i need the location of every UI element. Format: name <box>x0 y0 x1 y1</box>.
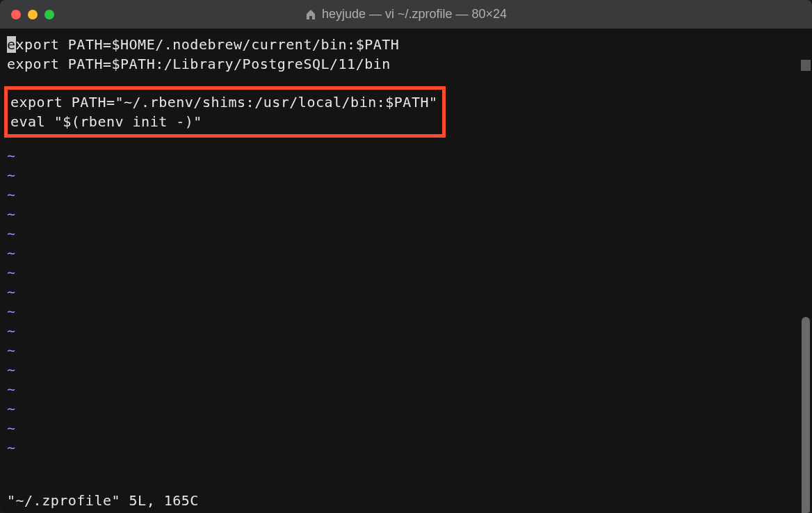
terminal-window: heyjude — vi ~/.zprofile — 80×24 export … <box>0 0 812 513</box>
file-line-5: eval "$(rbenv init -)" <box>8 112 438 131</box>
scrollbar[interactable] <box>801 60 811 512</box>
vi-empty-lines: ~~~~~~~~~~~~~~~~ <box>7 146 805 457</box>
vi-tilde-line: ~ <box>7 146 805 165</box>
window-title: heyjude — vi ~/.zprofile — 80×24 <box>11 7 801 22</box>
vi-status-line: "~/.zprofile" 5L, 165C <box>7 491 199 510</box>
window-title-text: heyjude — vi ~/.zprofile — 80×24 <box>322 7 507 22</box>
vi-tilde-line: ~ <box>7 165 805 185</box>
terminal-body[interactable]: export PATH=$HOME/.nodebrew/current/bin:… <box>0 29 812 513</box>
scrollbar-thumb[interactable] <box>802 317 810 513</box>
vi-tilde-line: ~ <box>7 224 805 243</box>
minimize-button[interactable] <box>28 10 38 19</box>
highlight-annotation: export PATH="~/.rbenv/shims:/usr/local/b… <box>4 86 446 138</box>
file-line-4: export PATH="~/.rbenv/shims:/usr/local/b… <box>8 92 438 112</box>
scrollbar-top-button[interactable] <box>801 60 811 71</box>
vi-tilde-line: ~ <box>7 341 805 360</box>
file-line-1: export PATH=$HOME/.nodebrew/current/bin:… <box>7 35 805 54</box>
vi-tilde-line: ~ <box>7 185 805 204</box>
titlebar[interactable]: heyjude — vi ~/.zprofile — 80×24 <box>0 0 812 29</box>
vi-tilde-line: ~ <box>7 418 805 438</box>
file-line-1-rest: xport PATH=$HOME/.nodebrew/current/bin:$… <box>16 36 400 53</box>
vi-tilde-line: ~ <box>7 243 805 263</box>
cursor: e <box>7 36 16 53</box>
close-button[interactable] <box>11 10 21 19</box>
file-line-2: export PATH=$PATH:/Library/PostgreSQL/11… <box>7 54 805 74</box>
vi-tilde-line: ~ <box>7 282 805 302</box>
vi-tilde-line: ~ <box>7 321 805 341</box>
vi-tilde-line: ~ <box>7 204 805 224</box>
vi-tilde-line: ~ <box>7 263 805 282</box>
vi-tilde-line: ~ <box>7 399 805 418</box>
vi-tilde-line: ~ <box>7 360 805 380</box>
traffic-lights <box>11 10 54 19</box>
home-icon <box>305 9 316 20</box>
maximize-button[interactable] <box>44 10 54 19</box>
vi-tilde-line: ~ <box>7 380 805 399</box>
vi-tilde-line: ~ <box>7 302 805 321</box>
vi-tilde-line: ~ <box>7 438 805 457</box>
